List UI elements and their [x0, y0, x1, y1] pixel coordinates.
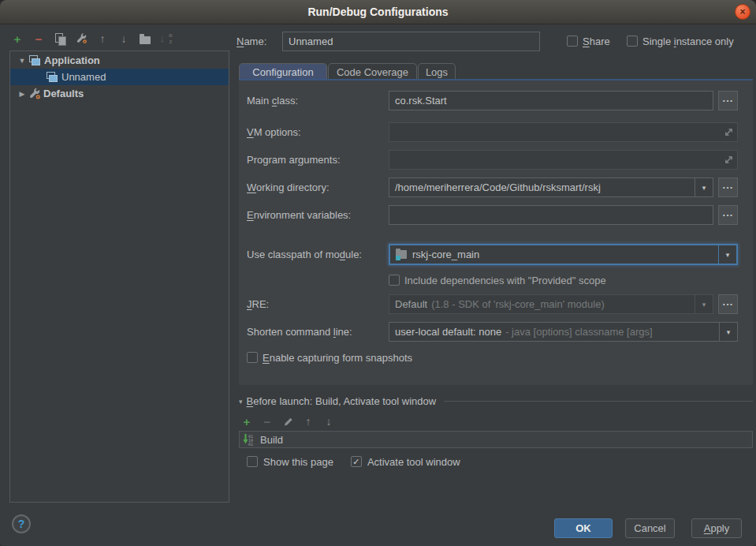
- add-task-icon[interactable]: +: [240, 414, 253, 428]
- share-checkbox-group[interactable]: Share: [567, 34, 610, 48]
- help-button[interactable]: ?: [12, 514, 31, 533]
- jre-row: JRE: Default (1.8 - SDK of 'rskj-core_ma…: [247, 294, 738, 314]
- window-title: Run/Debug Configurations: [307, 6, 448, 18]
- enable-capturing-checkbox[interactable]: [247, 352, 258, 363]
- new-folder-icon[interactable]: [139, 32, 151, 46]
- configurations-toolbar: + − ↑ ↓ ↓ a z: [11, 31, 173, 47]
- tree-item-unnamed[interactable]: Unnamed: [10, 69, 229, 85]
- environment-variables-label: Environment variables:: [247, 209, 389, 221]
- use-classpath-row: Use classpath of module: rskj-core_main …: [247, 243, 738, 266]
- edit-defaults-icon[interactable]: [75, 32, 88, 46]
- section-divider: [444, 401, 753, 402]
- before-launch-toolbar: + − ↑ ↓: [240, 414, 335, 428]
- include-dependencies-checkbox-group[interactable]: Include dependencies with "Provided" sco…: [389, 273, 606, 287]
- main-class-row: Main class: co.rsk.Start ...: [247, 91, 738, 110]
- include-dependencies-checkbox[interactable]: [389, 275, 400, 286]
- run-debug-configurations-dialog: Run/Debug Configurations × + − ↑ ↓ ↓ a z: [0, 0, 756, 546]
- working-directory-browse-button[interactable]: ...: [718, 178, 738, 197]
- help-icon: ?: [18, 518, 25, 530]
- title-bar[interactable]: Run/Debug Configurations ×: [0, 0, 756, 24]
- program-arguments-input[interactable]: [389, 150, 738, 170]
- copy-configuration-icon[interactable]: [54, 32, 66, 46]
- working-directory-label: Working directory:: [247, 181, 389, 193]
- main-class-label: Main class:: [247, 95, 389, 107]
- jre-label: JRE:: [247, 298, 389, 310]
- working-directory-dropdown-icon[interactable]: ▾: [695, 178, 713, 196]
- name-label: Name:: [236, 36, 266, 47]
- move-task-down-icon[interactable]: ↓: [322, 414, 335, 428]
- move-up-icon[interactable]: ↑: [96, 32, 109, 46]
- collapse-section-icon[interactable]: ▾: [239, 398, 243, 406]
- jre-combobox[interactable]: Default (1.8 - SDK of 'rskj-core_main' m…: [389, 294, 713, 314]
- tree-item-label: Unnamed: [61, 71, 106, 83]
- cancel-button[interactable]: Cancel: [625, 518, 675, 538]
- vm-options-row: VM options:: [247, 122, 738, 142]
- shorten-command-line-row: Shorten command line: user-local default…: [247, 322, 738, 342]
- move-down-icon[interactable]: ↓: [117, 32, 130, 46]
- remove-configuration-icon[interactable]: −: [32, 32, 45, 46]
- tree-expanded-icon[interactable]: ▼: [17, 57, 28, 65]
- svg-text:01: 01: [248, 442, 253, 447]
- shorten-command-line-dropdown-icon[interactable]: ▾: [719, 323, 737, 341]
- enable-capturing-label: Enable capturing form snapshots: [263, 352, 412, 364]
- expand-field-icon[interactable]: [722, 128, 735, 136]
- single-instance-checkbox[interactable]: [627, 36, 638, 47]
- program-arguments-label: Program arguments:: [247, 154, 389, 166]
- environment-variables-input[interactable]: [389, 205, 713, 225]
- ok-button[interactable]: OK: [554, 518, 613, 538]
- expand-field-icon[interactable]: [722, 155, 735, 164]
- single-instance-checkbox-group[interactable]: Single instance only: [627, 34, 734, 48]
- environment-variables-row: Environment variables: ...: [247, 205, 738, 225]
- activate-tool-window-checkbox[interactable]: ✓: [351, 456, 362, 467]
- tree-item-application[interactable]: ▼ Application: [10, 52, 229, 69]
- before-launch-options: Show this page ✓ Activate tool window: [247, 454, 460, 469]
- sort-configurations-icon[interactable]: ↓ a z: [160, 32, 173, 46]
- enable-capturing-checkbox-group[interactable]: Enable capturing form snapshots: [247, 350, 412, 365]
- environment-variables-browse-button[interactable]: ...: [718, 205, 738, 225]
- before-launch-header[interactable]: ▾ Before launch: Build, Activate tool wi…: [239, 395, 753, 407]
- tab-code-coverage[interactable]: Code Coverage: [328, 63, 417, 80]
- single-instance-label: Single instance only: [642, 36, 734, 47]
- before-launch-title: Before launch: Build, Activate tool wind…: [247, 395, 437, 407]
- tree-item-label: Application: [44, 54, 100, 66]
- add-configuration-icon[interactable]: +: [11, 32, 24, 46]
- jre-browse-button[interactable]: ...: [718, 294, 738, 314]
- activate-tool-window-label: Activate tool window: [367, 456, 460, 468]
- working-directory-row: Working directory: /home/meriherrera/Cod…: [247, 178, 738, 197]
- close-icon[interactable]: ×: [735, 4, 750, 20]
- build-icon: 01 10 01: [243, 433, 255, 446]
- tab-configuration[interactable]: Configuration: [239, 63, 327, 80]
- program-arguments-row: Program arguments:: [247, 150, 738, 170]
- task-label: Build: [260, 434, 283, 446]
- show-this-page-label: Show this page: [263, 456, 333, 468]
- tree-item-defaults[interactable]: ▶ Defaults: [10, 85, 229, 102]
- apply-button[interactable]: Apply: [691, 518, 742, 538]
- defaults-wrench-icon: [28, 88, 41, 100]
- configurations-tree: ▼ Application Unnamed ▶ Defaults: [9, 50, 229, 503]
- main-class-browse-button[interactable]: ...: [718, 91, 738, 110]
- shorten-command-line-combobox[interactable]: user-local default: none - java [options…: [389, 322, 738, 342]
- edit-task-icon[interactable]: [281, 414, 294, 428]
- name-value: Unnamed: [289, 36, 333, 47]
- move-task-up-icon[interactable]: ↑: [302, 414, 315, 428]
- main-class-input[interactable]: co.rsk.Start: [389, 91, 713, 110]
- working-directory-input[interactable]: /home/meriherrera/Code/Github/rsksmart/r…: [389, 178, 713, 197]
- application-type-icon: [47, 72, 59, 83]
- use-classpath-combobox[interactable]: rskj-core_main ▾: [389, 244, 738, 265]
- application-type-icon: [29, 55, 42, 66]
- jre-dropdown-icon[interactable]: ▾: [695, 295, 713, 313]
- include-dependencies-label: Include dependencies with "Provided" sco…: [404, 275, 606, 286]
- before-launch-task-build[interactable]: 01 10 01 Build: [239, 431, 753, 448]
- show-this-page-checkbox[interactable]: [247, 456, 258, 467]
- shorten-command-line-label: Shorten command line:: [247, 326, 389, 338]
- share-label: Share: [583, 36, 610, 47]
- name-input[interactable]: Unnamed: [282, 32, 540, 51]
- share-checkbox[interactable]: [567, 36, 578, 47]
- vm-options-input[interactable]: [389, 122, 738, 142]
- tab-logs[interactable]: Logs: [418, 63, 456, 80]
- use-classpath-dropdown-icon[interactable]: ▾: [718, 245, 736, 264]
- tree-collapsed-icon[interactable]: ▶: [17, 90, 28, 98]
- use-classpath-label: Use classpath of module:: [247, 249, 389, 260]
- module-icon: [396, 250, 408, 260]
- remove-task-icon[interactable]: −: [261, 414, 274, 428]
